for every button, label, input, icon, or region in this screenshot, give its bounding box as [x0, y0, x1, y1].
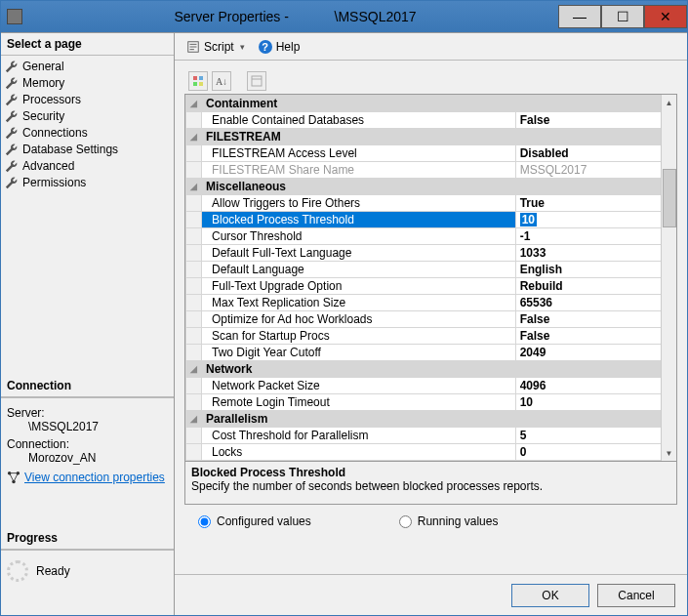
running-values-radio[interactable]: Running values — [399, 514, 499, 528]
titlebar[interactable]: Server Properties - \MSSQL2017 — ☐ ✕ — [1, 1, 687, 32]
property-row[interactable]: FILESTREAM Share NameMSSQL2017 — [186, 162, 676, 179]
script-button[interactable]: Script ▾ — [182, 38, 249, 56]
property-name: Network Packet Size — [202, 378, 516, 394]
property-row[interactable]: Default Full-Text Language1033 — [186, 245, 676, 262]
property-row[interactable]: Remote Login Timeout10 — [186, 394, 676, 411]
content: A↓ ◢ContainmentEnable Contained Database… — [175, 61, 687, 574]
network-icon — [7, 471, 20, 484]
property-row[interactable]: Blocked Process Threshold10 — [186, 212, 676, 228]
property-pages-button[interactable] — [247, 71, 266, 91]
property-name: Max Text Replication Size — [202, 295, 516, 311]
category-filestream[interactable]: ◢FILESTREAM — [186, 129, 676, 145]
svg-rect-7 — [199, 82, 203, 86]
property-row[interactable]: Default LanguageEnglish — [186, 262, 676, 278]
property-grid-wrap: ◢ContainmentEnable Contained DatabasesFa… — [184, 94, 677, 462]
scroll-up-icon[interactable]: ▲ — [662, 95, 676, 110]
category-network[interactable]: ◢Network — [186, 361, 676, 378]
property-name: Allow Triggers to Fire Others — [202, 195, 516, 212]
property-value[interactable]: 10 — [515, 212, 675, 228]
property-value[interactable]: Rebuild — [515, 278, 675, 295]
sidebar-item-advanced[interactable]: Advanced — [5, 157, 170, 174]
collapse-icon[interactable]: ◢ — [186, 361, 202, 378]
property-name: Locks — [202, 444, 516, 461]
property-value[interactable]: 4096 — [515, 378, 675, 394]
property-value[interactable]: 0 — [515, 444, 675, 461]
property-name: Two Digit Year Cutoff — [202, 345, 516, 361]
property-name: Remote Login Timeout — [202, 394, 516, 411]
svg-rect-8 — [252, 76, 262, 86]
property-value[interactable]: 65536 — [515, 295, 675, 311]
progress-status: Ready — [36, 564, 70, 578]
connection-label: Connection: — [7, 437, 168, 451]
collapse-icon[interactable]: ◢ — [186, 96, 202, 112]
property-name: Default Language — [202, 262, 516, 278]
property-name: Optimize for Ad hoc Workloads — [202, 311, 516, 328]
window-title: Server Properties - \MSSQL2017 — [32, 9, 558, 24]
scroll-thumb[interactable] — [663, 169, 676, 227]
sidebar-item-memory[interactable]: Memory — [5, 74, 170, 91]
property-name: FILESTREAM Access Level — [202, 145, 516, 162]
property-row[interactable]: Full-Text Upgrade OptionRebuild — [186, 278, 676, 295]
categorized-button[interactable] — [188, 71, 208, 91]
sidebar-item-permissions[interactable]: Permissions — [5, 174, 170, 190]
sidebar-item-processors[interactable]: Processors — [5, 91, 170, 107]
property-row[interactable]: FILESTREAM Access LevelDisabled — [186, 145, 676, 162]
scroll-down-icon[interactable]: ▼ — [662, 445, 676, 461]
category-parallelism[interactable]: ◢Parallelism — [186, 411, 676, 428]
property-value[interactable]: False — [515, 311, 675, 328]
property-row[interactable]: Locks0 — [186, 444, 676, 461]
sidebar-item-general[interactable]: General — [5, 58, 170, 74]
collapse-icon[interactable]: ◢ — [186, 129, 202, 145]
property-row[interactable]: Scan for Startup ProcsFalse — [186, 328, 676, 345]
property-row[interactable]: Cursor Threshold-1 — [186, 228, 676, 245]
connection-header: Connection — [1, 375, 174, 397]
server-label: Server: — [7, 406, 168, 420]
property-name: FILESTREAM Share Name — [202, 162, 516, 179]
cancel-button[interactable]: Cancel — [597, 584, 675, 607]
help-button[interactable]: ? Help — [255, 38, 304, 56]
alphabetical-button[interactable]: A↓ — [212, 71, 231, 91]
property-value[interactable]: False — [515, 112, 675, 129]
collapse-icon[interactable]: ◢ — [186, 179, 202, 195]
property-row[interactable]: Max Text Replication Size65536 — [186, 295, 676, 311]
property-value[interactable]: False — [515, 328, 675, 345]
close-button[interactable]: ✕ — [644, 5, 687, 28]
property-value[interactable]: MSSQL2017 — [515, 162, 675, 179]
property-value[interactable]: -1 — [515, 228, 675, 245]
ok-button[interactable]: OK — [511, 584, 589, 607]
property-value[interactable]: True — [515, 195, 675, 212]
sidebar-item-database-settings[interactable]: Database Settings — [5, 141, 170, 157]
scrollbar[interactable]: ▲ ▼ — [661, 95, 676, 461]
property-row[interactable]: Enable Contained DatabasesFalse — [186, 112, 676, 129]
toolbar: Script ▾ ? Help — [175, 33, 687, 61]
property-value[interactable]: 10 — [515, 394, 675, 411]
property-name: Cost Threshold for Parallelism — [202, 428, 516, 444]
description-title: Blocked Process Threshold — [191, 466, 670, 479]
left-pane: Select a page GeneralMemoryProcessorsSec… — [1, 33, 175, 615]
property-row[interactable]: Network Packet Size4096 — [186, 378, 676, 394]
progress-spinner-icon — [7, 560, 28, 582]
property-row[interactable]: Allow Triggers to Fire OthersTrue — [186, 195, 676, 212]
view-connection-properties-link[interactable]: View connection properties — [24, 471, 165, 484]
property-row[interactable]: Optimize for Ad hoc WorkloadsFalse — [186, 311, 676, 328]
dropdown-icon: ▾ — [240, 42, 245, 52]
page-nav: GeneralMemoryProcessorsSecurityConnectio… — [1, 56, 174, 196]
category-miscellaneous[interactable]: ◢Miscellaneous — [186, 179, 676, 195]
property-value[interactable]: 5 — [515, 428, 675, 444]
configured-values-radio[interactable]: Configured values — [198, 514, 311, 528]
property-value[interactable]: Disabled — [515, 145, 675, 162]
property-grid[interactable]: ◢ContainmentEnable Contained DatabasesFa… — [185, 95, 676, 461]
property-value[interactable]: 2049 — [515, 345, 675, 361]
property-value[interactable]: English — [515, 262, 675, 278]
minimize-button[interactable]: — — [558, 5, 601, 28]
category-containment[interactable]: ◢Containment — [186, 96, 676, 112]
server-value: \MSSQL2017 — [28, 420, 168, 433]
sidebar-item-security[interactable]: Security — [5, 107, 170, 124]
collapse-icon[interactable]: ◢ — [186, 411, 202, 428]
maximize-button[interactable]: ☐ — [601, 5, 644, 28]
sidebar-item-connections[interactable]: Connections — [5, 124, 170, 141]
property-row[interactable]: Cost Threshold for Parallelism5 — [186, 428, 676, 444]
property-value[interactable]: 1033 — [515, 245, 675, 262]
property-row[interactable]: Two Digit Year Cutoff2049 — [186, 345, 676, 361]
app-icon — [7, 9, 22, 24]
